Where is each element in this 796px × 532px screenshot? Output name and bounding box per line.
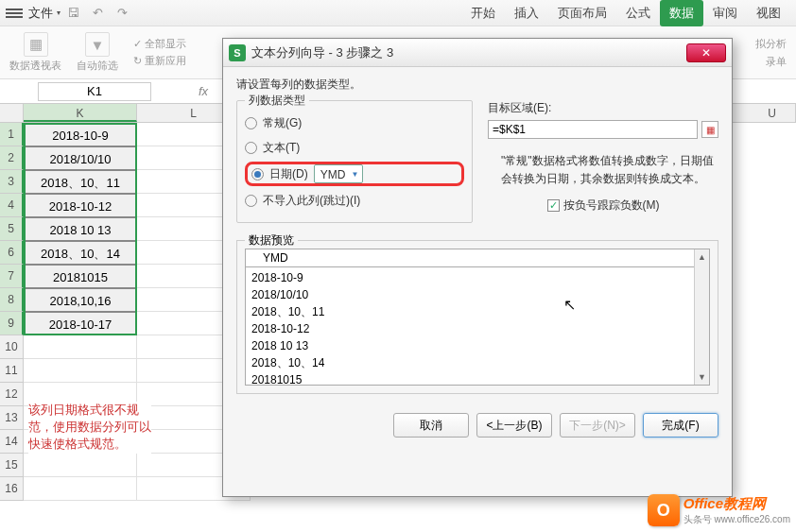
cancel-button[interactable]: 取消	[393, 413, 469, 438]
autofilter-button[interactable]: ▼ 自动筛选	[77, 32, 118, 73]
preview-row: 2018/10/10	[251, 286, 703, 303]
preview-row: 2018、10、14	[251, 354, 703, 371]
radio-text[interactable]: 文本(T)	[245, 135, 464, 160]
preview-header: YMD	[246, 249, 709, 267]
show-all-button[interactable]: ✓全部显示	[133, 37, 186, 51]
cell-k7[interactable]: 20181015	[24, 265, 137, 288]
row-header-12[interactable]: 12	[0, 383, 24, 406]
sim-analysis-cut: 拟分析	[755, 37, 787, 51]
file-menu-arrow[interactable]: ▾	[57, 9, 61, 17]
back-button[interactable]: <上一步(B)	[476, 413, 552, 438]
watermark-badge-icon: O	[648, 494, 680, 526]
pivot-icon: ▦	[24, 32, 48, 57]
target-range-input[interactable]	[488, 120, 698, 139]
radio-icon	[245, 142, 257, 154]
preview-scrollbar[interactable]: ▲ ▼	[694, 249, 709, 385]
row-header-10[interactable]: 10	[0, 335, 24, 359]
cell-k8[interactable]: 2018,10,16	[24, 288, 137, 312]
save-icon[interactable]: 🖫	[64, 5, 81, 22]
reapply-label: 重新应用	[145, 54, 186, 68]
tab-review[interactable]: 审阅	[703, 0, 747, 26]
radio-icon	[245, 117, 257, 129]
preview-row: 2018 10 13	[251, 337, 703, 354]
row-header-8[interactable]: 8	[0, 288, 24, 312]
dialog-app-icon: S	[229, 44, 246, 61]
row-header-11[interactable]: 11	[0, 359, 24, 383]
row-header-15[interactable]: 15	[0, 454, 24, 477]
row-header-5[interactable]: 5	[0, 217, 24, 241]
cell-k9[interactable]: 2018-10-17	[24, 312, 137, 335]
next-button: 下一步(N)>	[560, 413, 635, 438]
negative-tracking-checkbox[interactable]: ✓ 按负号跟踪负数(M)	[488, 197, 718, 214]
row-header-7[interactable]: 7	[0, 265, 24, 288]
show-all-label: 全部显示	[145, 37, 186, 51]
fx-icon[interactable]: fx	[199, 84, 208, 98]
tab-formula[interactable]: 公式	[616, 0, 660, 26]
funnel-icon: ▼	[85, 32, 110, 57]
range-picker-icon[interactable]: ▦	[701, 121, 718, 138]
preview-row: 2018-10-9	[251, 269, 703, 286]
tab-data[interactable]: 数据	[660, 0, 703, 26]
cell-k2[interactable]: 2018/10/10	[24, 146, 137, 170]
watermark-text: Office教程网	[684, 495, 790, 513]
preview-row: 2018、10、11	[251, 303, 703, 320]
row-header-13[interactable]: 13	[0, 406, 24, 430]
redo-icon[interactable]: ↷	[113, 5, 130, 22]
cell-k4[interactable]: 2018-10-12	[24, 194, 137, 217]
radio-icon-checked	[251, 168, 264, 180]
select-all-corner[interactable]	[0, 104, 24, 122]
row-header-2[interactable]: 2	[0, 146, 24, 170]
scroll-up-icon[interactable]: ▲	[695, 249, 709, 265]
preview-area: YMD 2018-10-9 2018/10/10 2018、10、11 2018…	[245, 249, 710, 386]
cell-k11[interactable]	[24, 359, 137, 383]
text-to-columns-dialog: S 文本分列向导 - 3 步骤之 3 ✕ 请设置每列的数据类型。 列数据类型 常…	[222, 38, 733, 497]
row-header-14[interactable]: 14	[0, 430, 24, 454]
radio-date-highlighted[interactable]: 日期(D) YMD	[245, 162, 464, 186]
tab-view[interactable]: 视图	[747, 0, 790, 26]
preview-row: 20181015	[251, 371, 703, 386]
record-cut: 录单	[766, 55, 787, 69]
scroll-down-icon[interactable]: ▼	[695, 369, 709, 385]
row-header-16[interactable]: 16	[0, 477, 24, 501]
radio-skip[interactable]: 不导入此列(跳过)(I)	[245, 188, 464, 213]
row-header-3[interactable]: 3	[0, 170, 24, 194]
reapply-icon: ↻	[133, 55, 142, 67]
finish-button[interactable]: 完成(F)	[643, 413, 718, 438]
cell-k6[interactable]: 2018、10、14	[24, 241, 137, 265]
col-header-k[interactable]: K	[24, 104, 137, 122]
watermark-sub: 头条号 www.office26.com	[684, 513, 790, 526]
cell-k1[interactable]: 2018-10-9	[24, 123, 137, 146]
row-header-9[interactable]: 9	[0, 312, 24, 335]
checkbox-icon: ✓	[547, 199, 560, 212]
cell-k15[interactable]	[24, 454, 137, 477]
row-header-4[interactable]: 4	[0, 194, 24, 217]
radio-date-label: 日期(D)	[269, 166, 308, 182]
cell-k10[interactable]	[24, 335, 137, 359]
preview-title: 数据预览	[245, 232, 298, 249]
cell-k3[interactable]: 2018、10、11	[24, 170, 137, 194]
date-format-combo[interactable]: YMD	[314, 164, 364, 183]
cell-k16[interactable]	[24, 477, 137, 501]
cell-k5[interactable]: 2018 10 13	[24, 217, 137, 241]
col-header-u[interactable]: U	[749, 104, 796, 122]
pivot-table-button[interactable]: ▦ 数据透视表	[9, 32, 61, 73]
format-description: "常规"数据格式将数值转换成数字，日期值会转换为日期，其余数据则转换成文本。	[488, 152, 718, 188]
dialog-title: 文本分列向导 - 3 步骤之 3	[251, 44, 393, 61]
app-menu-icon[interactable]	[6, 7, 23, 20]
tab-insert[interactable]: 插入	[505, 0, 548, 26]
radio-general-label: 常规(G)	[263, 115, 302, 131]
tab-start[interactable]: 开始	[461, 0, 505, 26]
close-button[interactable]: ✕	[686, 43, 726, 62]
reapply-button[interactable]: ↻重新应用	[133, 54, 186, 68]
checkbox-label: 按负号跟踪负数(M)	[563, 197, 660, 214]
preview-row: 2018-10-12	[251, 320, 703, 337]
radio-text-label: 文本(T)	[263, 140, 300, 156]
row-header-1[interactable]: 1	[0, 123, 24, 146]
name-box[interactable]: K1	[38, 82, 151, 101]
undo-icon[interactable]: ↶	[89, 5, 106, 22]
tab-pagelayout[interactable]: 页面布局	[548, 0, 616, 26]
row-header-6[interactable]: 6	[0, 241, 24, 265]
file-menu[interactable]: 文件	[28, 5, 53, 22]
autofilter-label: 自动筛选	[77, 59, 118, 73]
radio-general[interactable]: 常规(G)	[245, 111, 464, 135]
